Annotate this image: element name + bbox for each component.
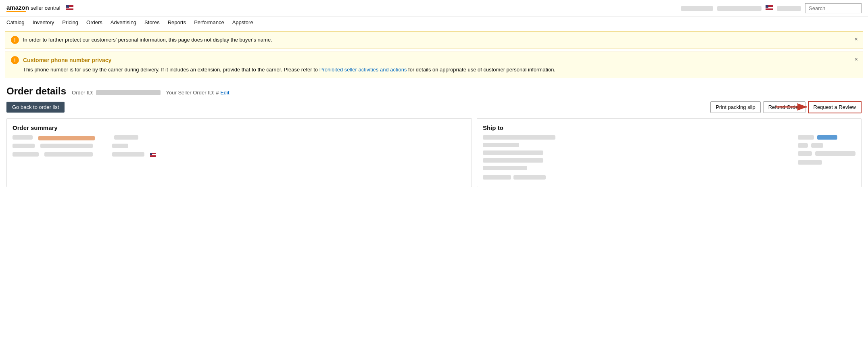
alert-prohibited-link[interactable]: Prohibited seller activities and actions [319,67,407,73]
page-title-row: Order details Order ID: Your Seller Orde… [6,86,862,97]
nav-performance[interactable]: Performance [194,19,224,25]
ship-to-title: Ship to [483,124,855,131]
summary-row-1 [13,135,466,141]
svg-rect-2 [66,8,73,10]
alert-phone-title: Customer phone number privacy [23,56,857,65]
state-row [798,143,855,149]
svg-rect-6 [766,8,773,10]
nav-inventory[interactable]: Inventory [33,19,54,25]
nav-appstore[interactable]: Appstore [232,19,253,25]
alert-privacy-text: In order to further protect our customer… [23,36,857,44]
phone-row [798,151,855,157]
action-row: Go back to order list Print packing slip… [6,101,862,113]
order-id-label: Order ID: [72,90,93,96]
alert-warning-icon1: ! [11,36,19,44]
value-fulfillment [112,144,128,148]
header: amazon seller central [0,0,868,17]
phone-value [815,151,855,156]
nav-pricing[interactable]: Pricing [62,19,78,25]
addr-line-3 [483,150,543,155]
ship-to-card: Ship to [477,118,862,187]
summary-row-2 [13,144,466,150]
action-buttons: Print packing slip Refund Order Request … [710,101,862,113]
print-packing-slip-button[interactable]: Print packing slip [710,101,760,113]
svg-rect-12 [150,155,156,157]
alert-close-1[interactable]: × [854,36,858,42]
contact-label [798,135,814,140]
value-sales-channel [112,152,144,157]
ship-to-address [483,135,790,181]
contact-row [798,135,855,141]
search-input[interactable] [805,3,862,13]
page-title: Order details [6,86,66,97]
label-purchase-date [13,152,39,157]
ship-to-content [483,135,855,181]
ship-to-right [798,135,855,181]
main-nav: Catalog Inventory Pricing Orders Adverti… [0,17,868,28]
value-ordered-by [40,144,93,148]
order-id-section: Order ID: [72,90,160,96]
phone-label [798,151,812,156]
sales-channel-flag [150,152,156,158]
page-content: Order details Order ID: Your Seller Orde… [0,82,868,191]
value-purchase-date [44,152,93,157]
header-right [681,3,862,13]
nav-orders[interactable]: Orders [86,19,102,25]
nav-advertising[interactable]: Advertising [111,19,136,25]
cards-row: Order summary [6,118,862,187]
header-misc-blurred [777,6,801,11]
svg-rect-3 [66,5,69,8]
header-flag2 [766,5,773,11]
alert-close-2[interactable]: × [854,56,858,62]
addr-customer-type-value [513,175,546,180]
label-sold-by [13,135,33,140]
state-value [811,143,823,148]
order-summary-card: Order summary [6,118,472,187]
edit-seller-order-link[interactable]: Edit [220,90,229,96]
nav-stores[interactable]: Stores [144,19,160,25]
value-shipping-service [114,135,138,140]
nav-reports[interactable]: Reports [168,19,186,25]
order-summary-title: Order summary [13,124,466,131]
seller-order-label: Your Seller Order ID: # [166,90,219,96]
addr-line-5 [483,166,527,170]
seller-order-id-section: Your Seller Order ID: # Edit [166,90,230,96]
summary-row-3 [13,152,466,158]
order-id-value-blurred [96,90,161,95]
back-to-order-list-button[interactable]: Go back to order list [6,102,65,113]
value-sold-by [38,136,95,140]
red-arrow-annotation [776,101,812,113]
svg-rect-7 [766,5,768,8]
header-store-blurred [717,6,762,11]
phone-extra [798,160,822,165]
nav-catalog[interactable]: Catalog [6,19,25,25]
order-summary-content [13,135,466,158]
logo-area: amazon seller central [6,4,73,12]
request-review-wrapper: Request a Review [808,101,862,113]
alert-phone-body: This phone number is for use by the carr… [23,67,318,73]
addr-line-4 [483,158,543,163]
alert-phone-text: Customer phone number privacy This phone… [23,56,857,74]
phone-extra-row [798,160,855,167]
alert-phone-privacy: ! Customer phone number privacy This pho… [5,52,863,78]
addr-customer-type-label [483,175,511,180]
alert-warning-icon2: ! [11,56,19,64]
svg-rect-13 [150,153,152,155]
label-ordered-by [13,144,35,148]
state-label [798,143,808,148]
request-review-button[interactable]: Request a Review [808,101,862,113]
header-user-blurred [681,6,713,11]
amazon-logo[interactable]: amazon seller central [6,4,61,12]
addr-customer-type-row [483,175,790,181]
addr-line-2 [483,143,519,147]
contact-value [817,135,837,140]
flag-icon [66,5,73,11]
addr-line-1 [483,135,555,140]
alert-phone-after: for details on appropriate use of custom… [408,67,555,73]
alert-privacy: ! In order to further protect our custom… [5,31,863,48]
